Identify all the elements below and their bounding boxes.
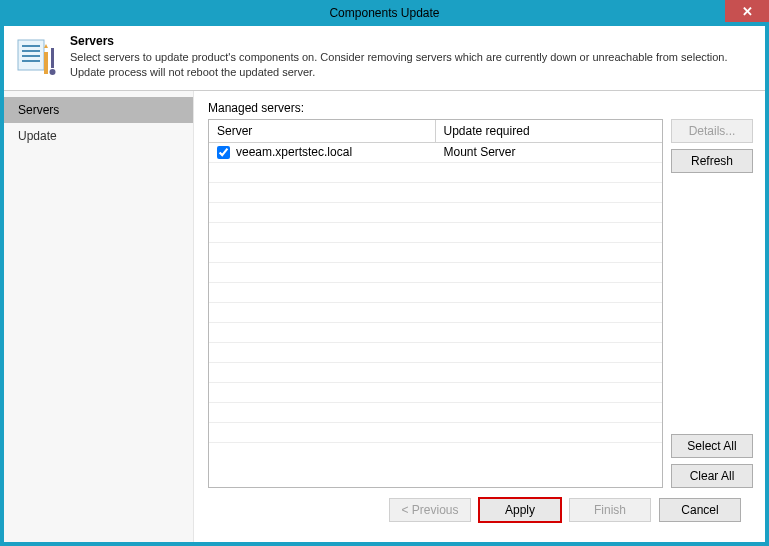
table-body: veeam.xpertstec.local Mount Server (209, 143, 662, 443)
table-row (209, 223, 662, 243)
footer-buttons: < Previous Apply Finish Cancel (208, 488, 753, 532)
table-row (209, 163, 662, 183)
previous-button[interactable]: < Previous (389, 498, 471, 522)
main-row: Server Update required veeam.xpertstec.l… (208, 119, 753, 488)
finish-button[interactable]: Finish (569, 498, 651, 522)
table-header: Server Update required (209, 120, 662, 143)
sidebar: Servers Update (4, 91, 194, 542)
table-row (209, 383, 662, 403)
table-row (209, 343, 662, 363)
cell-server: veeam.xpertstec.local (209, 143, 436, 161)
svg-rect-7 (51, 48, 54, 68)
refresh-button[interactable]: Refresh (671, 149, 753, 173)
table-row (209, 323, 662, 343)
row-checkbox[interactable] (217, 146, 230, 159)
body-area: Servers Update Managed servers: Server U… (4, 91, 765, 542)
table-row (209, 283, 662, 303)
sidebar-item-servers[interactable]: Servers (4, 97, 193, 123)
table-row (209, 303, 662, 323)
column-header-update[interactable]: Update required (436, 120, 663, 142)
select-all-button[interactable]: Select All (671, 434, 753, 458)
table-row (209, 423, 662, 443)
close-icon: ✕ (742, 4, 753, 19)
sidebar-item-label: Servers (18, 103, 59, 117)
table-row (209, 403, 662, 423)
cancel-button[interactable]: Cancel (659, 498, 741, 522)
close-button[interactable]: ✕ (725, 0, 769, 22)
clear-all-button[interactable]: Clear All (671, 464, 753, 488)
side-button-column: Details... Refresh Select All Clear All (671, 119, 753, 488)
svg-rect-5 (44, 52, 48, 74)
dialog-window: Components Update ✕ Servers Select serve… (0, 0, 769, 546)
window-title: Components Update (329, 6, 439, 20)
servers-table: Server Update required veeam.xpertstec.l… (208, 119, 663, 488)
main-panel: Managed servers: Server Update required … (194, 91, 765, 542)
table-row[interactable]: veeam.xpertstec.local Mount Server (209, 143, 662, 163)
header-panel: Servers Select servers to update product… (4, 26, 765, 91)
managed-servers-label: Managed servers: (208, 101, 753, 115)
header-text: Servers Select servers to update product… (70, 34, 753, 80)
titlebar: Components Update ✕ (0, 0, 769, 26)
servers-icon (16, 34, 60, 78)
table-row (209, 183, 662, 203)
svg-marker-6 (44, 44, 48, 48)
details-button[interactable]: Details... (671, 119, 753, 143)
cell-update: Mount Server (436, 143, 663, 161)
svg-point-8 (50, 69, 56, 75)
table-row (209, 243, 662, 263)
spacer (671, 179, 753, 428)
table-row (209, 363, 662, 383)
sidebar-item-label: Update (18, 129, 57, 143)
header-title: Servers (70, 34, 753, 48)
server-name: veeam.xpertstec.local (236, 145, 352, 159)
table-row (209, 203, 662, 223)
apply-button[interactable]: Apply (479, 498, 561, 522)
sidebar-item-update[interactable]: Update (4, 123, 193, 149)
table-row (209, 263, 662, 283)
column-header-server[interactable]: Server (209, 120, 436, 142)
header-description: Select servers to update product's compo… (70, 50, 753, 80)
